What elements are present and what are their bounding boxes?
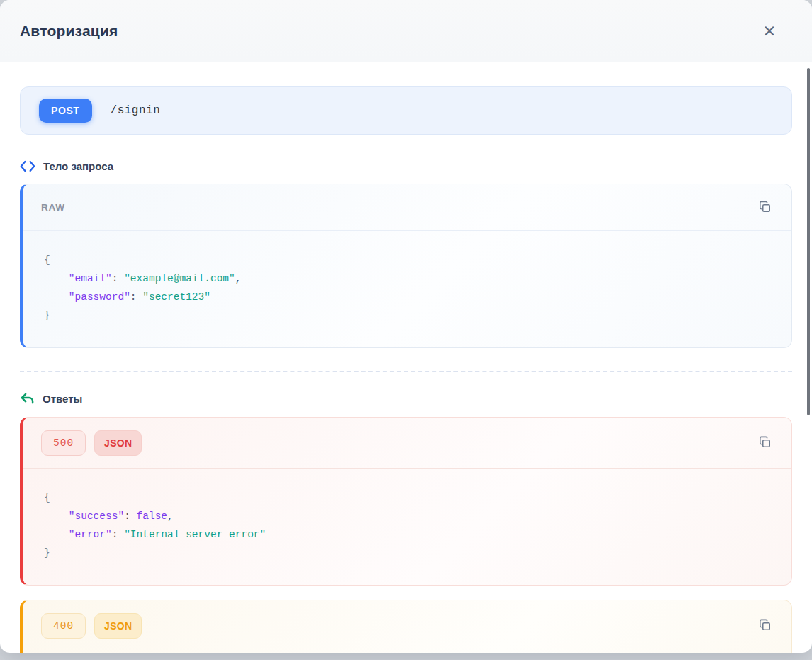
authorization-modal: Авторизация ✕ POST /signin Тело запроса … [0,0,812,653]
raw-format-label: RAW [41,202,65,213]
status-code-badge: 500 [41,430,86,456]
request-body-card: RAW { "email": "example@mail.com", "pass… [20,184,792,348]
code-brackets-icon [20,160,35,172]
response-500-code: { "success": false, "error": "Internal s… [23,469,791,585]
format-badge: JSON [94,613,142,639]
endpoint-path: /signin [111,104,161,117]
modal-header: Авторизация ✕ [0,0,812,62]
modal-body: POST /signin Тело запроса RAW [0,62,812,653]
section-divider [20,371,792,372]
request-card-header: RAW [23,184,791,231]
response-400-code: { [23,651,791,653]
vertical-scrollbar-thumb[interactable] [807,68,810,415]
response-500-header: 500 JSON [23,418,791,469]
copy-icon [758,618,772,634]
responses-title: Ответы [43,393,82,405]
response-400-header: 400 JSON [23,600,791,651]
response-card-500: 500 JSON { "success": false, "error": "I… [20,417,792,586]
endpoint-bar: POST /signin [20,86,792,135]
copy-request-button[interactable] [757,198,773,217]
copy-icon [758,435,772,451]
copy-response-400-button[interactable] [757,617,773,635]
request-body-title: Тело запроса [43,160,113,172]
copy-response-500-button[interactable] [757,434,773,452]
request-body-code: { "email": "example@mail.com", "password… [23,231,791,347]
close-icon: ✕ [762,22,776,40]
request-body-section-header: Тело запроса [20,160,792,172]
response-card-400: 400 JSON { [20,600,792,653]
http-method-badge: POST [39,99,92,123]
copy-icon [758,200,772,216]
reply-arrow-icon [20,392,35,405]
close-button[interactable]: ✕ [759,21,780,42]
modal-title: Авторизация [20,23,118,40]
format-badge: JSON [94,430,142,456]
responses-section-header: Ответы [20,392,792,405]
status-code-badge: 400 [41,613,86,639]
